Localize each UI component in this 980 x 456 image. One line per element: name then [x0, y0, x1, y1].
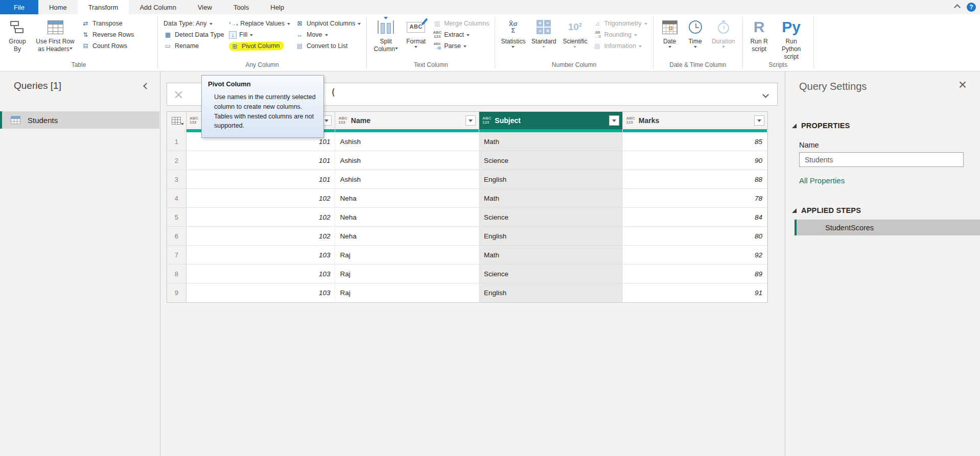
filter-dropdown-button[interactable]	[465, 115, 476, 126]
collapse-ribbon-button[interactable]	[955, 3, 960, 12]
cell-student-id[interactable]: 102	[186, 227, 336, 245]
tab-file[interactable]: File	[0, 0, 38, 14]
merge-columns-button[interactable]: ▥ Merge Columns	[430, 18, 492, 29]
cell-subject[interactable]: Math	[479, 189, 623, 207]
cell-name[interactable]: Raj	[335, 265, 479, 283]
parse-button[interactable]: abc→▦ Parse	[430, 40, 492, 52]
cell-student-id[interactable]: 103	[186, 265, 336, 283]
unpivot-columns-button[interactable]: ⊠ Unpivot Columns	[293, 18, 363, 29]
detect-data-type-button[interactable]: ▦ Detect Data Type	[161, 29, 226, 40]
cell-marks[interactable]: 91	[623, 283, 767, 302]
cell-student-id[interactable]: 101	[186, 170, 336, 188]
row-number[interactable]: 5	[167, 208, 186, 226]
cell-student-id[interactable]: 101	[186, 151, 336, 170]
formula-cancel-icon[interactable]: ×	[174, 87, 183, 102]
cell-student-id[interactable]: 103	[186, 246, 336, 264]
applied-step-studentscores[interactable]: StudentScores	[795, 220, 980, 235]
date-button[interactable]: Date	[657, 16, 683, 50]
row-number[interactable]: 6	[167, 227, 186, 245]
pivot-column-button[interactable]: ⊞ Pivot Column	[226, 40, 293, 52]
formula-text[interactable]: (	[331, 87, 336, 98]
filter-dropdown-button[interactable]	[754, 115, 764, 126]
cell-name[interactable]: Ashish	[335, 132, 479, 151]
replace-values-button[interactable]: ¹→₂ Replace Values	[226, 18, 293, 29]
column-header-name[interactable]: ABC123 Name	[335, 112, 479, 129]
tab-add-column[interactable]: Add Column	[129, 0, 187, 14]
tab-help[interactable]: Help	[260, 0, 295, 14]
query-item-students[interactable]: Students	[0, 111, 159, 129]
run-r-script-button[interactable]: R Run R script	[746, 16, 773, 53]
count-rows-button[interactable]: ⊟ Count Rows	[79, 40, 136, 52]
information-button[interactable]: ▤ Information	[590, 40, 649, 52]
time-button[interactable]: Time	[683, 16, 708, 50]
row-number[interactable]: 4	[167, 189, 186, 207]
cell-subject[interactable]: Math	[479, 132, 623, 151]
query-name-input[interactable]	[799, 152, 964, 167]
row-number[interactable]: 9	[167, 283, 186, 302]
tab-view[interactable]: View	[187, 0, 223, 14]
help-button[interactable]: ?	[967, 3, 976, 12]
cell-subject[interactable]: Science	[479, 208, 623, 226]
use-first-row-as-headers-button[interactable]: Use First Row as Headers	[32, 16, 79, 53]
cell-name[interactable]: Ashish	[335, 170, 479, 188]
cell-name[interactable]: Neha	[335, 227, 479, 245]
tab-tools[interactable]: Tools	[223, 0, 260, 14]
cell-student-id[interactable]: 102	[186, 208, 336, 226]
cell-subject[interactable]: Math	[479, 246, 623, 264]
row-number[interactable]: 3	[167, 170, 186, 188]
tab-home[interactable]: Home	[38, 0, 78, 14]
cell-subject[interactable]: English	[479, 170, 623, 188]
cell-marks[interactable]: 78	[623, 189, 767, 207]
cell-student-id[interactable]: 102	[186, 189, 336, 207]
row-number[interactable]: 2	[167, 151, 186, 170]
reverse-rows-button[interactable]: ⇅ Reverse Rows	[79, 29, 136, 40]
properties-section-header[interactable]: PROPERTIES	[792, 122, 850, 130]
split-column-button[interactable]: Split Column	[370, 16, 402, 53]
close-panel-icon[interactable]: ×	[959, 78, 967, 92]
cell-marks[interactable]: 85	[623, 132, 767, 151]
column-header-subject-selected[interactable]: ABC123 Subject	[479, 112, 623, 129]
cell-subject[interactable]: English	[479, 283, 623, 302]
rounding-button[interactable]: .00→.0 Rounding	[590, 29, 649, 40]
transpose-button[interactable]: ⇄ Transpose	[79, 18, 136, 29]
run-python-script-button[interactable]: Py Run Python script	[773, 16, 810, 61]
duration-button[interactable]: Duration	[708, 16, 739, 50]
standard-button[interactable]: +−÷× Standard	[528, 16, 559, 50]
filter-dropdown-button[interactable]	[609, 115, 619, 126]
cell-student-id[interactable]: 103	[186, 283, 336, 302]
move-button[interactable]: ↔ Move	[293, 29, 363, 40]
statistics-button[interactable]: X̄σΣ Statistics	[498, 16, 528, 50]
row-number[interactable]: 8	[167, 265, 186, 283]
extract-button[interactable]: ABC123 Extract	[430, 29, 492, 40]
select-all-cell[interactable]	[167, 112, 186, 129]
cell-name[interactable]: Raj	[335, 246, 479, 264]
all-properties-link[interactable]: All Properties	[799, 176, 845, 185]
cell-name[interactable]: Ashish	[335, 151, 479, 170]
cell-marks[interactable]: 84	[623, 208, 767, 226]
cell-subject[interactable]: English	[479, 227, 623, 245]
format-button[interactable]: ABC Format	[402, 16, 430, 50]
tab-transform[interactable]: Transform	[78, 0, 129, 14]
convert-to-list-button[interactable]: ▤ Convert to List	[293, 40, 363, 52]
cell-name[interactable]: Raj	[335, 283, 479, 302]
cell-marks[interactable]: 92	[623, 246, 767, 264]
data-type-dropdown[interactable]: Data Type: Any	[161, 18, 226, 29]
cell-marks[interactable]: 80	[623, 227, 767, 245]
row-number[interactable]: 1	[167, 132, 186, 151]
column-header-marks[interactable]: ABC123 Marks	[623, 112, 767, 129]
rename-button[interactable]: ▭ Rename	[161, 40, 226, 52]
expand-formula-bar-button[interactable]	[763, 90, 768, 99]
cell-subject[interactable]: Science	[479, 151, 623, 170]
row-number[interactable]: 7	[167, 246, 186, 264]
fill-button[interactable]: ↓ Fill	[226, 29, 293, 40]
cell-marks[interactable]: 90	[623, 151, 767, 170]
cell-name[interactable]: Neha	[335, 189, 479, 207]
group-by-button[interactable]: Group By	[3, 16, 32, 53]
cell-marks[interactable]: 88	[623, 170, 767, 188]
trigonometry-button[interactable]: ⊿ Trigonometry	[590, 18, 649, 29]
cell-subject[interactable]: Science	[479, 265, 623, 283]
cell-name[interactable]: Neha	[335, 208, 479, 226]
cell-marks[interactable]: 89	[623, 265, 767, 283]
collapse-queries-panel-button[interactable]	[144, 81, 149, 90]
applied-steps-section-header[interactable]: APPLIED STEPS	[792, 206, 861, 214]
